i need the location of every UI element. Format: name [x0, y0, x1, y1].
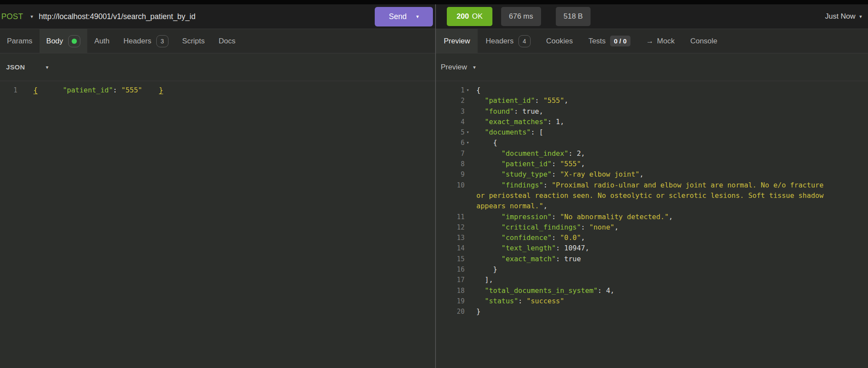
- tab-preview[interactable]: Preview: [436, 29, 478, 53]
- history-dropdown[interactable]: Just Now ▾: [825, 12, 868, 21]
- fold-toggle-icon[interactable]: ▾: [465, 138, 476, 148]
- fold-gutter: [465, 148, 476, 159]
- tab-console[interactable]: Console: [683, 29, 725, 53]
- tab-label: Console: [690, 37, 717, 46]
- response-time-badge: 676 ms: [501, 7, 541, 26]
- tab-body[interactable]: Body: [40, 29, 88, 53]
- line-number: 4: [436, 117, 465, 127]
- tab-headers-response[interactable]: Headers 4: [478, 29, 538, 53]
- code-text: "findings": "Proximal radio-ulnar and el…: [476, 180, 824, 191]
- code-text: "found": true,: [476, 106, 543, 117]
- code-text: or periosteal reaction seen. No osteolyt…: [476, 191, 824, 201]
- code-line: 6▾ {: [436, 138, 868, 148]
- tab-label: Params: [7, 37, 33, 46]
- code-text: "document_index": 2,: [476, 148, 585, 159]
- code-text: "text_length": 10947,: [476, 243, 589, 253]
- code-line: 7 "document_index": 2,: [436, 148, 868, 159]
- api-client-window: POST ▾ http://localhost:49001/v1/search_…: [0, 0, 868, 368]
- code-text: "status": "success": [476, 296, 564, 306]
- chevron-down-icon[interactable]: ▾: [30, 14, 33, 19]
- request-body-editor[interactable]: 1{ "patient_id": "555" }: [0, 81, 435, 368]
- tab-scripts[interactable]: Scripts: [175, 29, 212, 53]
- tab-auth[interactable]: Auth: [87, 29, 116, 53]
- tab-tests[interactable]: Tests 0 / 0: [581, 29, 638, 53]
- code-line: 19 "status": "success": [436, 296, 868, 306]
- fold-gutter: [465, 296, 476, 306]
- code-line: 1{ "patient_id": "555" }: [0, 85, 435, 95]
- line-number: [436, 191, 465, 201]
- chevron-down-icon: ▾: [859, 14, 862, 19]
- code-text: "exact_match": true: [476, 254, 581, 264]
- code-line: 12 "critical_findings": "none",: [436, 222, 868, 233]
- tab-params[interactable]: Params: [0, 29, 40, 53]
- tab-label: Body: [46, 37, 63, 46]
- response-tab-bar: Preview Headers 4 Cookies Tests 0 / 0 → …: [436, 29, 868, 53]
- arrow-right-icon: →: [646, 37, 653, 46]
- code-line: 14 "text_length": 10947,: [436, 243, 868, 253]
- tab-mock[interactable]: → Mock: [638, 29, 683, 53]
- line-number: 6: [436, 138, 465, 148]
- fold-toggle-icon[interactable]: ▾: [465, 85, 476, 95]
- url-input[interactable]: http://localhost:49001/v1/search_patient…: [39, 12, 195, 21]
- fold-gutter: [465, 264, 476, 275]
- window-titlebar: [0, 0, 868, 4]
- history-label: Just Now: [825, 12, 855, 21]
- fold-gutter: [465, 254, 476, 264]
- line-number: 1: [0, 85, 17, 95]
- fold-gutter: [465, 286, 476, 296]
- code-text: "exact_matches": 1,: [476, 117, 564, 127]
- code-line: 4 "exact_matches": 1,: [436, 117, 868, 127]
- tab-label: Scripts: [182, 37, 205, 46]
- fold-gutter: [465, 275, 476, 285]
- fold-gutter: [465, 169, 476, 180]
- tab-label: Docs: [219, 37, 236, 46]
- line-number: 12: [436, 222, 465, 233]
- chevron-down-icon[interactable]: ▾: [416, 14, 419, 19]
- line-number: 13: [436, 233, 465, 243]
- body-mode-selector[interactable]: JSON ▾: [0, 63, 48, 71]
- method-selector[interactable]: POST: [0, 12, 23, 21]
- tests-count-chip: 0 / 0: [610, 36, 630, 46]
- request-tab-bar: Params Body Auth Headers 3 Scripts: [0, 29, 435, 53]
- code-line: 5▾ "documents": [: [436, 127, 868, 138]
- tab-label: Auth: [94, 37, 109, 46]
- code-text: "critical_findings": "none",: [476, 222, 619, 233]
- code-line: 20}: [436, 306, 868, 317]
- tab-label: Headers: [123, 37, 151, 46]
- code-line: 9 "study_type": "X-ray elbow joint",: [436, 169, 868, 180]
- body-mode-row: JSON ▾: [0, 53, 435, 81]
- fold-gutter: [465, 106, 476, 117]
- tab-label: Cookies: [546, 37, 573, 46]
- fold-gutter: [465, 117, 476, 127]
- request-url-bar: POST ▾ http://localhost:49001/v1/search_…: [0, 4, 435, 29]
- tab-label: Headers: [485, 37, 513, 46]
- code-text: {: [476, 138, 497, 148]
- send-button[interactable]: Send ▾: [375, 7, 433, 26]
- code-line: 3 "found": true,: [436, 106, 868, 117]
- code-line: 1▾{: [436, 85, 868, 95]
- response-status-bar: 200 OK 676 ms 518 B Just Now ▾: [436, 4, 868, 29]
- line-number: 8: [436, 159, 465, 169]
- line-number: 5: [436, 127, 465, 138]
- response-size-badge: 518 B: [556, 7, 591, 26]
- code-line: 11 "impression": "No abnormality detecte…: [436, 212, 868, 222]
- send-button-label: Send: [389, 12, 407, 21]
- line-number: [436, 201, 465, 211]
- code-line: or periosteal reaction seen. No osteolyt…: [436, 191, 868, 201]
- line-number: 17: [436, 275, 465, 285]
- line-number: 18: [436, 286, 465, 296]
- fold-gutter: [465, 95, 476, 106]
- response-view-selector[interactable]: Preview ▾: [436, 63, 476, 72]
- status-code: 200: [457, 12, 469, 21]
- line-number: 1: [436, 85, 465, 95]
- code-text: "documents": [: [476, 127, 543, 138]
- body-modified-badge: [68, 35, 80, 47]
- tab-headers-request[interactable]: Headers 3: [116, 29, 175, 53]
- fold-toggle-icon[interactable]: ▾: [465, 127, 476, 138]
- chevron-down-icon: ▾: [473, 65, 475, 70]
- tab-cookies[interactable]: Cookies: [538, 29, 581, 53]
- response-body-viewer[interactable]: 1▾{2 "patient_id": "555",3 "found": true…: [436, 81, 868, 368]
- tab-docs[interactable]: Docs: [212, 29, 243, 53]
- code-line: 10 "findings": "Proximal radio-ulnar and…: [436, 180, 868, 191]
- headers-count-badge: 3: [156, 35, 168, 47]
